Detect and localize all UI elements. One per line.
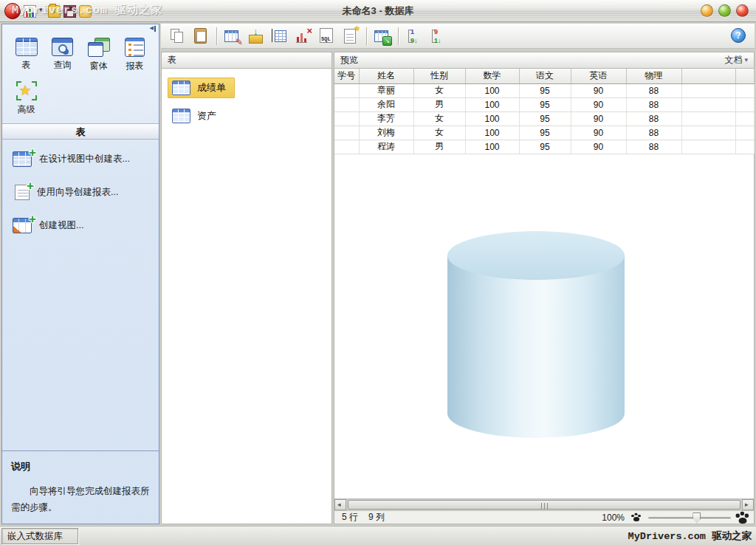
table-cell[interactable]: 100	[465, 126, 519, 140]
object-button-form[interactable]: 窗体	[80, 38, 117, 72]
sql-editor-icon[interactable]	[316, 25, 338, 47]
table-cell[interactable]	[735, 126, 754, 140]
table-cell[interactable]: 88	[626, 112, 681, 126]
copy-icon[interactable]	[166, 25, 188, 47]
zoom-slider-thumb[interactable]	[693, 513, 701, 524]
table-cell[interactable]: 100	[465, 140, 519, 154]
table-cell[interactable]: 男	[413, 140, 465, 154]
delete-chart-icon[interactable]	[292, 25, 315, 47]
new-report-icon[interactable]	[340, 25, 362, 47]
sort-ascending-icon[interactable]	[403, 25, 425, 47]
sort-descending-icon[interactable]	[427, 25, 449, 47]
table-row[interactable]: 程涛男100959088	[334, 140, 754, 154]
column-header[interactable]: 性别	[413, 69, 465, 83]
object-button-query[interactable]: 查询	[44, 38, 80, 72]
new-chart-icon[interactable]	[24, 5, 36, 18]
sidebar-action-create-report[interactable]: 使用向导创建报表...	[13, 185, 159, 200]
table-cell[interactable]: 95	[519, 97, 571, 112]
table-cell[interactable]: 90	[571, 83, 626, 97]
table-cell[interactable]: 100	[465, 83, 519, 97]
table-row[interactable]: 余阳男100959088	[334, 97, 754, 112]
sidebar-action-create-table[interactable]: 在设计视图中创建表...	[13, 151, 159, 167]
table-cell[interactable]: 男	[413, 97, 465, 112]
table-row[interactable]: 章丽女100959088	[334, 83, 754, 97]
table-row[interactable]: 刘梅女100959088	[334, 126, 754, 140]
table-cell[interactable]	[334, 97, 359, 112]
table-cell[interactable]	[334, 112, 359, 126]
table-cell[interactable]	[681, 97, 735, 112]
export-table-icon[interactable]	[371, 25, 394, 47]
table-cell[interactable]	[735, 83, 754, 97]
object-button-advanced[interactable]: 高级	[8, 81, 44, 116]
document-menu[interactable]: 文档	[724, 52, 748, 68]
table-cell[interactable]	[334, 126, 359, 140]
help-icon[interactable]	[731, 28, 746, 43]
scroll-right-icon[interactable]	[742, 499, 754, 510]
table-cell[interactable]: 余阳	[359, 97, 413, 112]
table-cell[interactable]: 李芳	[359, 112, 413, 126]
design-table-icon[interactable]	[221, 25, 244, 47]
object-button-table[interactable]: 表	[8, 38, 44, 72]
column-header[interactable]	[735, 69, 754, 83]
table-row[interactable]: 李芳女100959088	[334, 112, 754, 126]
table-cell[interactable]: 90	[571, 112, 626, 126]
insert-table-icon[interactable]	[269, 25, 291, 47]
column-header[interactable]: 姓名	[359, 69, 413, 83]
table-cell[interactable]	[735, 140, 754, 154]
table-cell[interactable]	[334, 83, 359, 97]
zoom-out-paw-icon[interactable]	[631, 513, 642, 522]
paste-icon[interactable]	[190, 25, 212, 47]
undo-icon[interactable]	[79, 5, 92, 18]
table-cell[interactable]: 刘梅	[359, 126, 413, 140]
table-list-item[interactable]: 成绩单	[168, 78, 235, 98]
collapse-sidebar-icon[interactable]	[145, 26, 156, 33]
table-cell[interactable]: 100	[465, 112, 519, 126]
table-cell[interactable]: 90	[571, 140, 626, 154]
table-cell[interactable]	[681, 140, 735, 154]
table-list-item[interactable]: 资产	[168, 106, 225, 126]
table-cell[interactable]	[681, 126, 735, 140]
column-header[interactable]: 数学	[465, 69, 519, 83]
save-icon[interactable]	[63, 5, 76, 18]
table-cell[interactable]	[681, 112, 735, 126]
app-logo-icon[interactable]	[4, 3, 21, 19]
scroll-left-icon[interactable]	[334, 499, 346, 510]
table-cell[interactable]: 88	[626, 126, 681, 140]
column-header[interactable]	[681, 69, 735, 83]
zoom-in-paw-icon[interactable]	[736, 511, 750, 523]
chevron-down-icon[interactable]	[39, 5, 45, 18]
table-cell[interactable]: 90	[571, 97, 626, 112]
table-cell[interactable]	[735, 97, 754, 112]
table-cell[interactable]: 90	[571, 126, 626, 140]
column-header[interactable]: 语文	[519, 69, 571, 83]
table-cell[interactable]: 88	[626, 140, 681, 154]
maximize-button[interactable]	[718, 4, 731, 17]
zoom-slider[interactable]	[648, 512, 731, 524]
minimize-button[interactable]	[701, 4, 713, 17]
sidebar-action-create-view[interactable]: 创建视图...	[13, 218, 159, 233]
table-cell[interactable]: 95	[519, 140, 571, 154]
table-cell[interactable]	[681, 83, 735, 97]
column-header[interactable]: 英语	[571, 69, 626, 83]
table-cell[interactable]	[334, 140, 359, 154]
table-cell[interactable]: 95	[519, 83, 571, 97]
table-cell[interactable]: 女	[413, 112, 465, 126]
table-cell[interactable]: 88	[626, 97, 681, 112]
table-cell[interactable]: 88	[626, 83, 681, 97]
scrollbar-thumb[interactable]	[348, 500, 740, 510]
column-header[interactable]: 学号	[334, 69, 359, 83]
table-cell[interactable]: 95	[519, 126, 571, 140]
table-cell[interactable]	[735, 112, 754, 126]
import-icon[interactable]	[245, 25, 267, 47]
column-header[interactable]: 物理	[626, 69, 681, 83]
object-button-report[interactable]: 报表	[117, 38, 153, 72]
table-cell[interactable]: 程涛	[359, 140, 413, 154]
table-cell[interactable]: 100	[465, 97, 519, 112]
open-folder-icon[interactable]	[48, 5, 61, 18]
table-cell[interactable]: 95	[519, 112, 571, 126]
horizontal-scrollbar[interactable]	[334, 498, 754, 510]
close-button[interactable]	[736, 4, 749, 17]
table-cell[interactable]: 女	[413, 83, 465, 97]
table-cell[interactable]: 女	[413, 126, 465, 140]
table-cell[interactable]: 章丽	[359, 83, 413, 97]
